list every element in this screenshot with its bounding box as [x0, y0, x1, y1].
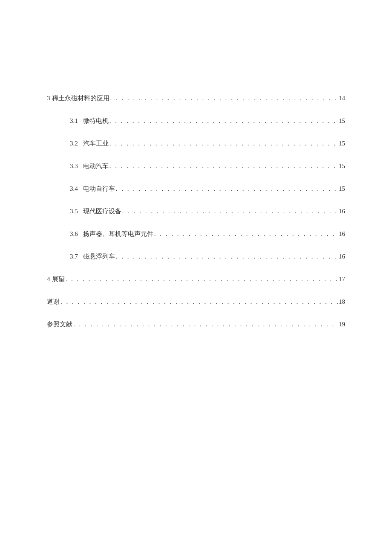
- table-of-contents: 3稀土永磁材料的应用. . . . . . . . . . . . . . . …: [47, 94, 345, 329]
- toc-leader-dots: . . . . . . . . . . . . . . . . . . . . …: [109, 139, 338, 148]
- toc-entry-page: 15: [338, 162, 345, 171]
- toc-leader-dots: . . . . . . . . . . . . . . . . . . . . …: [72, 320, 338, 329]
- toc-entry-title: 稀土永磁材料的应用: [52, 94, 110, 103]
- toc-entry-number: 3.6: [70, 230, 78, 238]
- toc-entry: 3.2汽车工业. . . . . . . . . . . . . . . . .…: [47, 139, 345, 148]
- toc-entry: 参照文献. . . . . . . . . . . . . . . . . . …: [47, 320, 345, 329]
- toc-entry: 道谢. . . . . . . . . . . . . . . . . . . …: [47, 297, 345, 306]
- toc-entry-title: 展望: [52, 275, 65, 284]
- toc-leader-dots: . . . . . . . . . . . . . . . . . . . . …: [65, 275, 338, 284]
- toc-entry-title: 微特电机: [83, 116, 109, 125]
- toc-entry-page: 14: [338, 94, 345, 103]
- toc-entry-number: 3: [47, 94, 50, 103]
- toc-leader-dots: . . . . . . . . . . . . . . . . . . . . …: [153, 230, 338, 238]
- toc-leader-dots: . . . . . . . . . . . . . . . . . . . . …: [115, 252, 338, 261]
- toc-entry: 3.1微特电机. . . . . . . . . . . . . . . . .…: [47, 116, 345, 125]
- toc-entry-title: 道谢: [47, 297, 60, 306]
- toc-entry-number: 3.7: [70, 252, 78, 261]
- toc-entry-number: 3.3: [70, 162, 78, 171]
- toc-entry-title: 现代医疗设备: [83, 207, 121, 216]
- toc-entry-page: 16: [338, 230, 345, 238]
- toc-entry-page: 19: [338, 320, 345, 329]
- toc-entry-page: 15: [338, 116, 345, 125]
- toc-entry-title: 磁悬浮列车: [83, 252, 115, 261]
- toc-entry-page: 18: [338, 297, 345, 306]
- toc-entry-title: 电动汽车: [83, 162, 109, 171]
- toc-entry-title: 参照文献: [47, 320, 72, 329]
- toc-entry: 3稀土永磁材料的应用. . . . . . . . . . . . . . . …: [47, 94, 345, 103]
- toc-entry-title: 电动自行车: [83, 184, 115, 193]
- toc-leader-dots: . . . . . . . . . . . . . . . . . . . . …: [109, 162, 338, 171]
- toc-entry-page: 17: [338, 275, 345, 284]
- toc-entry-title: 扬声器、耳机等电声元件: [83, 230, 153, 238]
- toc-entry: 3.7磁悬浮列车. . . . . . . . . . . . . . . . …: [47, 252, 345, 261]
- toc-entry-title: 汽车工业: [83, 139, 109, 148]
- toc-entry-page: 15: [338, 139, 345, 148]
- toc-entry-number: 3.2: [70, 139, 78, 148]
- document-page: 3稀土永磁材料的应用. . . . . . . . . . . . . . . …: [0, 0, 392, 329]
- toc-entry-page: 16: [338, 207, 345, 216]
- toc-entry-number: 3.4: [70, 184, 78, 193]
- toc-leader-dots: . . . . . . . . . . . . . . . . . . . . …: [110, 94, 338, 103]
- toc-entry-number: 3.1: [70, 116, 78, 125]
- toc-entry: 3.6扬声器、耳机等电声元件. . . . . . . . . . . . . …: [47, 230, 345, 238]
- toc-entry: 4展望. . . . . . . . . . . . . . . . . . .…: [47, 275, 345, 284]
- toc-entry-page: 15: [338, 184, 345, 193]
- toc-entry: 3.4电动自行车. . . . . . . . . . . . . . . . …: [47, 184, 345, 193]
- toc-entry-number: 3.5: [70, 207, 78, 216]
- toc-entry: 3.3电动汽车. . . . . . . . . . . . . . . . .…: [47, 162, 345, 171]
- toc-leader-dots: . . . . . . . . . . . . . . . . . . . . …: [115, 184, 338, 193]
- toc-entry: 3.5现代医疗设备. . . . . . . . . . . . . . . .…: [47, 207, 345, 216]
- toc-entry-page: 16: [338, 252, 345, 261]
- toc-entry-number: 4: [47, 275, 50, 284]
- toc-leader-dots: . . . . . . . . . . . . . . . . . . . . …: [109, 116, 338, 125]
- toc-leader-dots: . . . . . . . . . . . . . . . . . . . . …: [121, 207, 338, 216]
- toc-leader-dots: . . . . . . . . . . . . . . . . . . . . …: [60, 297, 338, 306]
